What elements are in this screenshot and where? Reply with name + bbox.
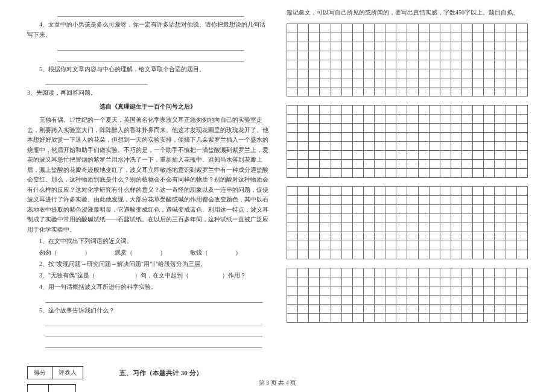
score-box: 得分 评卷人 五、习作（本题共计 30 分） [27,366,268,379]
writing-grid[interactable] [287,186,528,259]
writing-grid-block-4[interactable] [287,268,528,323]
answer-line[interactable] [45,340,262,348]
q3-part-b: ）句，在文中起到（ [135,272,189,279]
question-4: 4、文章中的小男孩是多么可爱呀，你一定有许多话想对他说。请你把最想说的几句话写下… [27,19,268,40]
answer-line[interactable] [57,53,244,62]
word-b: ） 观赏（ [84,249,133,256]
section-3-intro: 3、先阅读，再回答问题。 [27,87,268,98]
page-footer: 第 3 页 共 4 页 [0,379,555,387]
answer-line[interactable] [45,329,262,337]
score-label: 得分 [27,366,52,379]
answer-line[interactable] [57,42,244,51]
writing-grid[interactable] [287,105,528,178]
sub-question-1: 1、在文中找出下列词语的近义词。 [27,236,268,246]
writing-grid-block-1[interactable] [287,24,528,96]
writing-grid[interactable] [287,24,528,96]
q3-part-a: 3、"无独有偶"这是（ [39,272,95,279]
sub-question-3: 3、"无独有偶"这是（ ）句，在文中起到（ ）作用？ [27,270,268,280]
sub-question-1-words: 匆匆（ ） 观赏（ ） 敏锐（ ） [27,247,268,258]
q3-part-c: ）作用？ [222,272,246,279]
page-container: 4、文章中的小男孩是多么可爱呀，你一定有许多话想对他说。请你把最想说的几句话写下… [0,0,555,374]
question-5: 5、根据你对文章内容与中心的理解，给文章取个合适的题目。 [27,64,268,74]
passage-title: 选自《真理诞生于一百个问号之后》 [27,101,268,112]
passage-body: 无独有偶。17世纪的一个夏天，英国著名化学家波义耳正急匆匆地向自己的实验室走去，… [27,115,268,235]
writing-grid[interactable] [287,268,528,323]
answer-line[interactable] [45,77,148,85]
sub-question-4: 4、用一句话概括波义耳所进行的科学实验。 [27,282,268,292]
grader-label: 评卷人 [52,366,83,379]
answer-line[interactable] [45,294,262,303]
writing-grid-block-3[interactable] [287,186,528,259]
word-c: ） 敏锐（ [160,249,208,256]
writing-grid-block-2[interactable] [287,105,528,178]
sub-question-5: 5、这个故事告诉我们什么？ [27,305,268,315]
word-d: ） [235,249,241,256]
answer-line[interactable] [45,318,262,326]
left-column: 4、文章中的小男孩是多么可爱呀，你一定有许多话想对他说。请你把最想说的几句话写下… [18,6,278,374]
sub-question-2: 2、按"发现问题→研究问题→解决问题"用"∥"给段落分为三层。 [27,259,268,269]
word-a: 匆匆（ [39,249,57,256]
essay-prompt-continued: 篇记叙文，可以写自己所见的或所闻的，要写出真情实感，字数450字以上。题目自拟。 [287,7,528,17]
right-column: 篇记叙文，可以写自己所见的或所闻的，要写出真情实感，字数450字以上。题目自拟。 [278,6,537,374]
answer-line[interactable] [57,8,244,17]
section-5-heading: 五、习作（本题共计 30 分） [119,368,203,378]
